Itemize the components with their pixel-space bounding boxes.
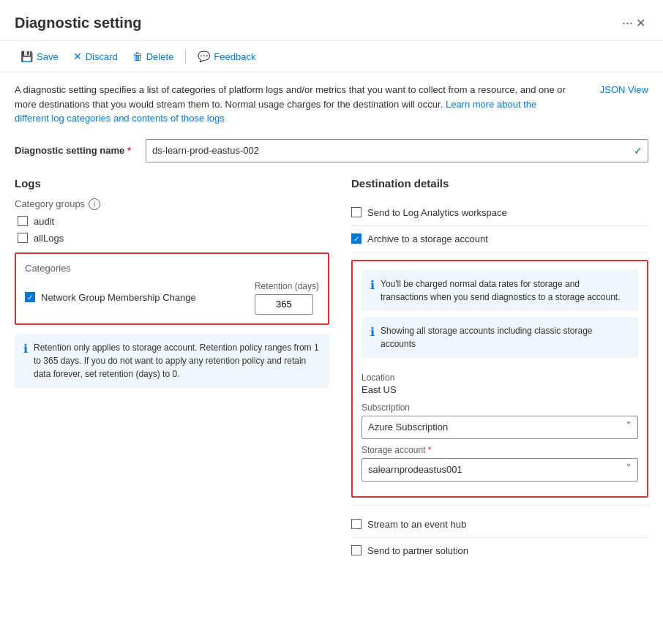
partner-row: Send to partner solution	[351, 538, 648, 564]
log-analytics-row: Send to Log Analytics workspace	[351, 200, 648, 226]
panel-title: Diagnostic setting	[15, 15, 615, 31]
allLogs-row: allLogs	[15, 233, 329, 244]
stream-row: Stream to an event hub	[351, 512, 648, 538]
retention-info-box: ℹ Retention only applies to storage acco…	[15, 334, 329, 388]
archive-info-text: You'll be charged normal data rates for …	[381, 277, 629, 304]
retention-input[interactable]	[255, 294, 313, 315]
json-view-link[interactable]: JSON View	[600, 83, 648, 97]
retention-info-icon: ℹ	[23, 342, 28, 381]
required-indicator: *	[127, 145, 131, 156]
partner-label: Send to partner solution	[367, 545, 468, 556]
categories-box: Categories Network Group Membership Chan…	[15, 252, 329, 325]
main-content: Logs Category groups i audit allLogs Cat…	[0, 174, 663, 564]
stream-label: Stream to an event hub	[367, 519, 466, 530]
storage-account-select[interactable]: salearnprodeastus001	[362, 458, 638, 482]
archive-label: Archive to a storage account	[367, 233, 488, 244]
save-button[interactable]: 💾 Save	[15, 47, 64, 66]
archive-checkbox[interactable]	[351, 233, 362, 244]
archive-details-section: ℹ You'll be charged normal data rates fo…	[351, 260, 648, 498]
network-group-label: Network Group Membership Change	[41, 292, 196, 303]
delete-icon: 🗑	[132, 50, 143, 62]
category-groups-info-icon[interactable]: i	[89, 198, 100, 210]
storage-account-wrap: Storage account * salearnprodeastus001 ⌄	[362, 445, 638, 482]
retention-label: Retention (days)	[255, 281, 319, 291]
storage-required-indicator: *	[428, 445, 432, 455]
log-analytics-checkbox[interactable]	[351, 207, 362, 217]
check-icon: ✓	[634, 145, 643, 157]
audit-checkbox[interactable]	[18, 216, 28, 226]
toolbar-separator	[185, 49, 186, 64]
subscription-label: Subscription	[362, 402, 638, 413]
setting-name-label: Diagnostic setting name *	[15, 145, 131, 156]
showing-info-icon: ℹ	[370, 325, 375, 351]
save-icon: 💾	[20, 50, 33, 62]
discard-label: Discard	[86, 51, 118, 62]
location-section: Location East US	[362, 365, 638, 402]
toolbar: 💾 Save ✕ Discard 🗑 Delete 💬 Feedback	[0, 41, 663, 72]
discard-button[interactable]: ✕ Discard	[67, 47, 124, 66]
allLogs-label: allLogs	[34, 233, 64, 244]
logs-title: Logs	[15, 177, 329, 190]
description-text: A diagnostic setting specifies a list of…	[15, 83, 571, 126]
feedback-button[interactable]: 💬 Feedback	[192, 47, 261, 66]
diagnostic-setting-panel: Diagnostic setting ··· ✕ 💾 Save ✕ Discar…	[0, 0, 663, 644]
archive-row: Archive to a storage account	[351, 226, 648, 252]
stream-checkbox[interactable]	[351, 519, 362, 529]
delete-label: Delete	[146, 51, 174, 62]
panel-header: Diagnostic setting ··· ✕	[0, 0, 663, 41]
storage-account-label: Storage account *	[362, 445, 638, 455]
divider	[351, 505, 648, 506]
audit-row: audit	[15, 216, 329, 227]
category-groups-label: Category groups i	[15, 198, 329, 210]
archive-info-box: ℹ You'll be charged normal data rates fo…	[362, 270, 638, 311]
showing-info-box: ℹ Showing all storage accounts including…	[362, 317, 638, 358]
subscription-select[interactable]: Azure Subscription	[362, 416, 638, 439]
location-value: East US	[362, 384, 638, 395]
close-icon: ✕	[636, 17, 645, 29]
log-analytics-label: Send to Log Analytics workspace	[367, 207, 507, 218]
destination-section: Destination details Send to Log Analytic…	[351, 174, 648, 564]
category-left: Network Group Membership Change	[25, 292, 196, 303]
location-label: Location	[362, 372, 638, 383]
description-section: A diagnostic setting specifies a list of…	[0, 72, 663, 133]
panel-ellipsis[interactable]: ···	[622, 15, 633, 31]
logs-section: Logs Category groups i audit allLogs Cat…	[15, 174, 329, 564]
category-row: Network Group Membership Change Retentio…	[25, 281, 319, 315]
save-label: Save	[37, 51, 59, 62]
network-group-checkbox[interactable]	[25, 292, 35, 302]
archive-info-icon: ℹ	[370, 278, 375, 304]
discard-icon: ✕	[73, 50, 82, 62]
feedback-icon: 💬	[198, 50, 210, 62]
feedback-label: Feedback	[214, 51, 255, 62]
delete-button[interactable]: 🗑 Delete	[127, 47, 180, 66]
setting-name-input-wrap: ✓	[146, 139, 648, 162]
close-button[interactable]: ✕	[633, 13, 648, 33]
setting-name-row: Diagnostic setting name * ✓	[0, 133, 663, 174]
subscription-wrap: Subscription Azure Subscription ⌄	[362, 402, 638, 439]
audit-label: audit	[34, 216, 54, 227]
destination-title: Destination details	[351, 177, 648, 190]
retention-info-text: Retention only applies to storage accoun…	[34, 341, 321, 381]
partner-checkbox[interactable]	[351, 545, 362, 555]
showing-info-text: Showing all storage accounts including c…	[381, 324, 629, 351]
allLogs-checkbox[interactable]	[18, 233, 28, 243]
retention-col: Retention (days)	[255, 281, 319, 315]
setting-name-input[interactable]	[146, 139, 648, 162]
categories-header: Categories	[25, 263, 319, 274]
